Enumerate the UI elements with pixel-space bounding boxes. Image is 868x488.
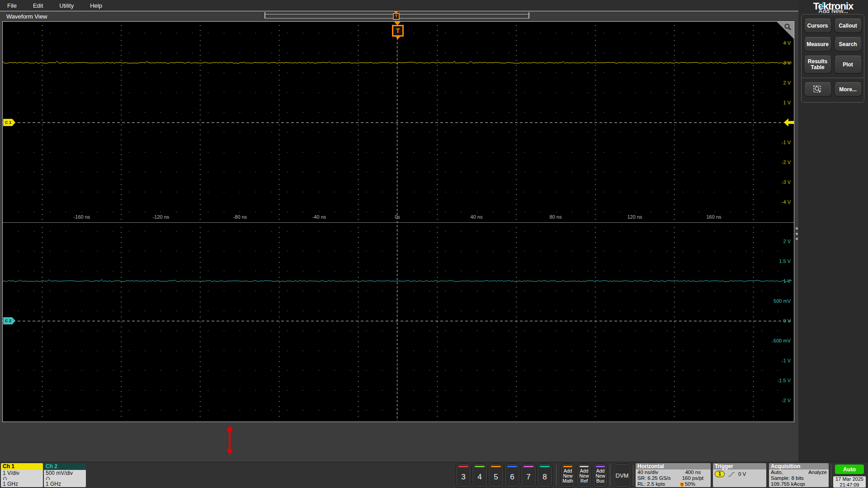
- x-axis-label: 80 ns: [550, 214, 562, 220]
- trigger-source-badge: 1: [715, 471, 725, 477]
- trigger-t-icon: T: [392, 25, 404, 37]
- dvm-button[interactable]: DVM: [613, 464, 631, 488]
- y-axis-label: -1.5 V: [778, 378, 791, 383]
- divider: [633, 465, 633, 486]
- trigger-settings-badge[interactable]: Trigger 1 0 V: [713, 463, 766, 487]
- x-axis-label: -80 ns: [233, 214, 247, 220]
- y-axis-label: -2 V: [782, 398, 791, 403]
- menu-utility[interactable]: Utility: [59, 2, 74, 9]
- horizontal-values: 40 ns/div400 ns SR: 6.25 GS/s160 ps/pt R…: [636, 469, 711, 487]
- y-axis-label: -3 V: [782, 179, 791, 185]
- graticule-ch2[interactable]: [3, 225, 793, 421]
- bottom-bar: Ch 1 1 V/div 1 GHz Ch 2 500 mV/div: [0, 462, 868, 488]
- menu-bar: File Edit Utility Help: [0, 0, 798, 11]
- plot-button[interactable]: Plot: [834, 56, 862, 74]
- more-button[interactable]: More...: [834, 82, 862, 97]
- probe-icon: [46, 476, 50, 480]
- waveform-display[interactable]: 4 V 3 V 2 V 1 V -1 V -2 V -3 V -4 V 2 V …: [2, 21, 794, 422]
- y-axis-label: -1 V: [782, 140, 791, 145]
- ch2-badge[interactable]: Ch 2 500 mV/div 1 GHz: [44, 463, 86, 487]
- ch3-button[interactable]: 3: [456, 464, 471, 488]
- run-state-button[interactable]: Auto: [835, 465, 864, 474]
- tab-waveform-view[interactable]: Waveform View: [6, 13, 47, 20]
- y-axis-label: -2 V: [782, 160, 791, 165]
- add-new-math-button[interactable]: AddNewMath: [561, 464, 575, 488]
- y-axis-label: 1 V: [783, 100, 791, 105]
- y-axis-label: -4 V: [782, 199, 791, 205]
- x-axis-label: 120 ns: [627, 214, 642, 220]
- x-axis-label: 160 ns: [706, 214, 721, 220]
- zoom-select-button[interactable]: [804, 82, 832, 97]
- trigger-position-icon: T: [680, 483, 684, 487]
- results-table-button[interactable]: Results Table: [804, 56, 832, 74]
- ch8-button[interactable]: 8: [537, 464, 552, 488]
- acquisition-values: Auto,Analyze Sample: 8 bits 109.755 kAcq…: [769, 469, 829, 487]
- y-axis-label: 4 V: [783, 40, 791, 46]
- trigger-time-line: [397, 22, 397, 421]
- acquisition-settings-badge[interactable]: Acquisition Auto,Analyze Sample: 8 bits …: [769, 463, 829, 487]
- panel-splitter-handle[interactable]: [795, 227, 798, 240]
- trigger-title: Trigger: [713, 463, 766, 469]
- ch2-label: Ch 2: [44, 463, 86, 470]
- horizontal-settings-badge[interactable]: Horizontal 40 ns/div400 ns SR: 6.25 GS/s…: [636, 463, 711, 487]
- magnifier-icon[interactable]: [784, 23, 792, 31]
- ch6-button[interactable]: 6: [505, 464, 520, 488]
- y-axis-label: 0 V: [783, 318, 791, 324]
- divider: [831, 465, 831, 486]
- y-axis-label: 2 V: [783, 239, 791, 244]
- menu-edit[interactable]: Edit: [33, 2, 43, 9]
- measure-button[interactable]: Measure: [804, 37, 832, 52]
- graticule-separator: [3, 222, 794, 223]
- ch1-ground-line: [3, 122, 793, 123]
- probe-icon: [3, 476, 7, 480]
- cursors-button[interactable]: Cursors: [804, 19, 832, 33]
- divider: [556, 465, 557, 486]
- horizontal-title: Horizontal: [636, 463, 711, 469]
- y-axis-label: 1.5 V: [779, 258, 791, 264]
- callout-button[interactable]: Callout: [834, 19, 862, 33]
- ch2-ground-line: [3, 321, 793, 321]
- ch4-button[interactable]: 4: [472, 464, 487, 488]
- y-axis-label: 2 V: [783, 80, 791, 85]
- y-axis-label: -1 V: [782, 358, 791, 363]
- acquisition-title: Acquisition: [769, 463, 829, 469]
- divider: [610, 465, 610, 486]
- oscilloscope-app: File Edit Utility Help Waveform View T 4…: [0, 0, 868, 488]
- menu-help[interactable]: Help: [90, 2, 102, 9]
- y-axis-label: 500 mV: [774, 298, 791, 304]
- trigger-tip-icon: [396, 37, 400, 39]
- ch7-button[interactable]: 7: [521, 464, 536, 488]
- x-axis-label: -40 ns: [312, 214, 326, 220]
- y-axis-label: -500 mV: [772, 338, 791, 343]
- add-new-bus-button[interactable]: AddNewBus: [593, 464, 608, 488]
- x-axis-label: 40 ns: [471, 214, 483, 220]
- rising-edge-icon: [728, 471, 735, 477]
- trigger-values: 1 0 V: [713, 469, 766, 487]
- trigger-position-marker-small[interactable]: T: [392, 11, 400, 20]
- trigger-position-marker[interactable]: T: [392, 21, 403, 39]
- x-axis-label: -160 ns: [74, 214, 90, 220]
- ch1-label: Ch 1: [1, 463, 43, 470]
- trigger-t-icon: T: [393, 13, 400, 20]
- y-axis-label: 3 V: [783, 60, 791, 66]
- add-new-header: Add New...: [798, 8, 868, 14]
- ch5-button[interactable]: 5: [488, 464, 504, 488]
- graticule-ch1[interactable]: [3, 22, 793, 222]
- x-axis-label: -120 ns: [153, 214, 170, 220]
- add-new-ref-button[interactable]: AddNewRef: [577, 464, 591, 488]
- y-axis-label: 1 V: [783, 278, 791, 284]
- ch1-badge[interactable]: Ch 1 1 V/div 1 GHz: [1, 463, 43, 487]
- right-sidebar: Tektronix Add New... Cursors Callout Mea…: [798, 0, 868, 462]
- zoom-selection-icon: [813, 85, 823, 94]
- divider: [802, 78, 864, 78]
- ch1-settings: 1 V/div 1 GHz: [1, 470, 43, 487]
- ch2-settings: 500 mV/div 1 GHz: [44, 470, 86, 487]
- red-annotation-arrow: [226, 425, 234, 455]
- search-button[interactable]: Search: [834, 37, 862, 52]
- menu-file[interactable]: File: [7, 2, 17, 9]
- datetime-display: 17 Mar 2025 21:47:09: [833, 476, 866, 488]
- x-axis-label: 0s: [395, 214, 400, 220]
- add-new-panel: Cursors Callout Measure Search Results T…: [801, 14, 864, 103]
